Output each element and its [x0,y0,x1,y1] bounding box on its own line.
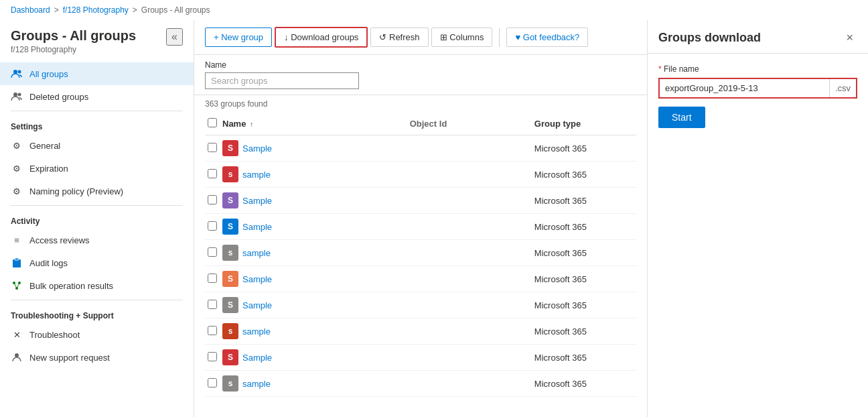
svg-point-11 [15,353,19,357]
sidebar-item-access-reviews-label: Access reviews [29,235,90,245]
group-link[interactable]: S Sample [222,140,405,156]
row-checkbox-cell[interactable] [205,318,220,345]
sidebar-item-deleted-groups-label: Deleted groups [29,92,88,102]
svg-point-3 [18,93,21,97]
name-column-header[interactable]: Name ↑ [220,113,407,135]
sidebar-item-general-label: General [29,141,60,151]
sidebar-item-bulk-operations[interactable]: Bulk operation results [0,274,194,297]
grouptype-cell: Microsoft 365 [532,162,636,188]
table-row: S Sample Microsoft 365 [205,135,636,162]
filename-ext: .csv [829,79,856,97]
row-checkbox[interactable] [208,247,217,257]
name-cell: S Sample [220,188,407,214]
table-row: s sample Microsoft 365 [205,371,636,397]
row-checkbox-cell[interactable] [205,240,220,266]
row-checkbox[interactable] [208,378,217,388]
grouptype-column-header[interactable]: Group type [532,113,636,135]
feedback-button[interactable]: ♥ Got feedback? [506,27,588,47]
select-all-header[interactable] [205,113,220,135]
row-checkbox-cell[interactable] [205,162,220,188]
gear-icon-general: ⚙ [11,139,23,152]
groups-table: Name ↑ Object Id Group type S Sample Mic… [194,113,647,397]
sidebar-item-deleted-groups[interactable]: Deleted groups [0,85,194,108]
sidebar-item-audit-logs[interactable]: Audit logs [0,251,194,274]
grouptype-cell: Microsoft 365 [532,188,636,214]
deleted-groups-icon [11,91,23,103]
group-link[interactable]: s sample [222,245,405,261]
table-row: S Sample Microsoft 365 [205,345,636,371]
grouptype-cell: Microsoft 365 [532,318,636,345]
sidebar-item-expiration[interactable]: ⚙ Expiration [0,157,194,180]
row-checkbox[interactable] [208,221,217,231]
sidebar-item-audit-logs-label: Audit logs [29,258,68,268]
row-checkbox-cell[interactable] [205,266,220,292]
filename-label: * File name [658,64,857,74]
row-checkbox-cell[interactable] [205,345,220,371]
row-checkbox[interactable] [208,300,217,309]
grouptype-cell: Microsoft 365 [532,135,636,162]
sidebar-item-expiration-label: Expiration [29,164,68,174]
row-checkbox-cell[interactable] [205,214,220,240]
search-input[interactable] [205,72,359,89]
row-checkbox[interactable] [208,326,217,335]
objectid-cell [407,240,532,266]
panel-close-button[interactable]: × [842,29,857,46]
required-marker: * [658,64,662,74]
row-checkbox[interactable] [208,352,217,361]
main-content: + New group ↓ Download groups ↺ Refresh … [194,20,647,417]
sidebar-collapse-button[interactable]: « [166,28,183,46]
table-row: S Sample Microsoft 365 [205,266,636,292]
objectid-column-header[interactable]: Object Id [407,113,532,135]
group-link[interactable]: S Sample [222,219,405,235]
group-link[interactable]: S Sample [222,271,405,287]
group-link[interactable]: s sample [222,323,405,339]
sidebar-item-access-reviews[interactable]: ≡ Access reviews [0,229,194,251]
sidebar-item-troubleshoot[interactable]: ✕ Troubleshoot [0,323,194,346]
sidebar-item-general[interactable]: ⚙ General [0,134,194,157]
download-groups-button[interactable]: ↓ Download groups [275,27,368,48]
row-checkbox[interactable] [208,274,217,283]
table-row: s sample Microsoft 365 [205,240,636,266]
row-checkbox[interactable] [208,169,217,178]
filename-row: .csv [658,78,857,99]
group-avatar: s [222,245,238,261]
new-group-button[interactable]: + New group [205,27,272,47]
breadcrumb: Dashboard > f/128 Photography > Groups -… [0,0,868,20]
group-link[interactable]: S Sample [222,192,405,208]
group-name: sample [242,379,271,389]
group-name: sample [242,248,271,258]
person-help-icon [11,351,23,363]
row-checkbox[interactable] [208,195,217,204]
objectid-cell [407,292,532,318]
row-checkbox-cell[interactable] [205,135,220,162]
refresh-button[interactable]: ↺ Refresh [370,27,428,47]
group-name: sample [242,170,271,180]
grouptype-cell: Microsoft 365 [532,266,636,292]
sidebar-subtitle: f/128 Photography [11,45,183,54]
row-checkbox-cell[interactable] [205,292,220,318]
breadcrumb-current: Groups - All groups [141,5,210,15]
group-link[interactable]: S Sample [222,297,405,313]
columns-button[interactable]: ⊞ Columns [431,27,493,47]
group-link[interactable]: S Sample [222,349,405,365]
sidebar-item-all-groups[interactable]: All groups [0,62,194,85]
sidebar-item-naming-policy[interactable]: ⚙ Naming policy (Preview) [0,180,194,202]
group-name: Sample [242,196,272,206]
gear-icon-expiration: ⚙ [11,162,23,174]
sidebar-item-new-support[interactable]: New support request [0,346,194,369]
group-link[interactable]: s sample [222,375,405,392]
breadcrumb-tenant[interactable]: f/128 Photography [63,5,129,15]
filename-input[interactable] [660,79,829,97]
start-button[interactable]: Start [658,107,705,128]
row-checkbox[interactable] [208,143,217,152]
clipboard-icon [11,257,23,269]
select-all-checkbox[interactable] [208,118,217,127]
panel-title: Groups download [658,31,761,45]
group-avatar: s [222,375,238,392]
group-name: Sample [242,353,272,363]
row-checkbox-cell[interactable] [205,371,220,397]
group-link[interactable]: s sample [222,166,405,182]
breadcrumb-dashboard[interactable]: Dashboard [11,5,50,15]
row-checkbox-cell[interactable] [205,188,220,214]
name-cell: S Sample [220,266,407,292]
